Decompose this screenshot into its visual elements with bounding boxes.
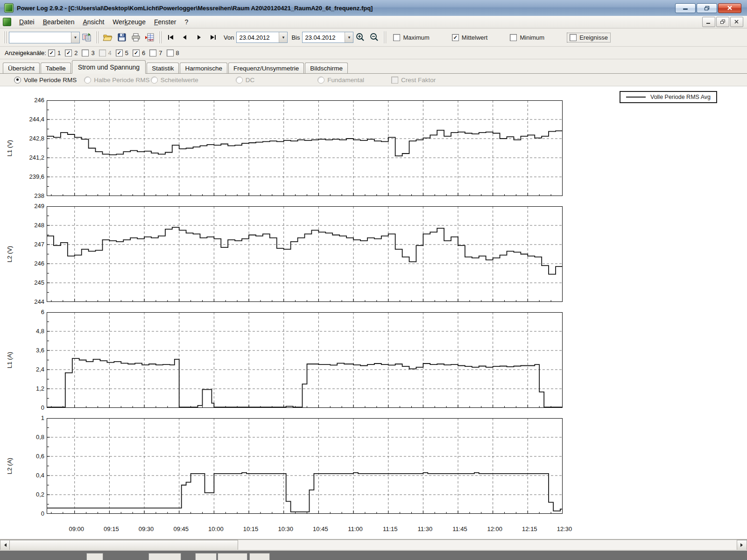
y-tick-label: 241,2	[29, 154, 44, 161]
checkbox-channel-5[interactable]: ✓	[116, 49, 123, 56]
x-tick-label: 11:30	[418, 525, 433, 532]
y-tick-label: 245	[34, 279, 44, 286]
channels-label: Anzeigekanäle:	[5, 49, 46, 56]
radio-icon[interactable]	[14, 77, 21, 84]
x-tick-label: 11:45	[452, 525, 467, 532]
menu-item-datei[interactable]: Datei	[15, 17, 39, 27]
mdi-close-button[interactable]	[730, 17, 743, 27]
minimize-button[interactable]	[675, 3, 696, 13]
app-icon	[4, 3, 14, 13]
radio-dc: DC	[236, 77, 255, 84]
checkbox-channel-7[interactable]	[149, 49, 156, 56]
y-axis-label: L2 (A)	[2, 418, 18, 514]
x-tick-label: 10:15	[243, 525, 259, 532]
checkbox-ereignisse[interactable]	[570, 34, 577, 41]
channel-checkbox-6[interactable]: ✓6	[133, 49, 145, 56]
channel-label: 2	[74, 49, 78, 56]
checkbox-channel-6[interactable]: ✓	[133, 49, 140, 56]
y-tick-labels: 244245246247248249	[18, 206, 47, 302]
tab-bildschirme[interactable]: Bildschirme	[305, 63, 348, 73]
zoom-out-button[interactable]	[367, 31, 381, 44]
tab-tabelle[interactable]: Tabelle	[41, 63, 71, 73]
first-record-button[interactable]	[164, 31, 178, 43]
toolbar-grip	[4, 31, 7, 43]
checkbox-channel-8[interactable]	[167, 49, 174, 56]
tab-frequenz-unsymmetrie[interactable]: Frequenz/Unsymmetrie	[228, 63, 304, 73]
y-tick-label: 238	[34, 192, 44, 199]
chart-plot-area[interactable]	[47, 418, 563, 514]
channel-checkbox-7[interactable]: 7	[149, 49, 162, 56]
chevron-down-icon[interactable]: ▼	[279, 32, 287, 42]
chart-plot-area[interactable]	[47, 206, 563, 302]
x-tick-label: 09:00	[69, 525, 84, 532]
last-record-button[interactable]	[206, 31, 220, 43]
scroll-left-arrow[interactable]	[0, 540, 10, 550]
chart-plot-area[interactable]	[47, 100, 563, 196]
horizontal-scrollbar[interactable]	[0, 539, 747, 550]
scroll-right-arrow[interactable]	[737, 540, 747, 550]
y-tick-label: 244,4	[29, 116, 44, 123]
checkbox-channel-1[interactable]: ✓	[48, 49, 55, 56]
toolbar-checkbox-maximum[interactable]: Maximum	[393, 34, 429, 41]
tab-übersicht[interactable]: Übersicht	[3, 63, 40, 73]
checkbox-channel-2[interactable]: ✓	[65, 49, 72, 56]
legend-label: Volle Periode RMS Avg	[650, 94, 711, 100]
channel-checkbox-1[interactable]: ✓1	[48, 49, 61, 56]
toolbar-checkbox-mittelwert[interactable]: ✓Mittelwert	[452, 34, 488, 41]
next-record-button[interactable]	[192, 31, 206, 43]
bis-label: Bis	[291, 34, 300, 41]
scrollbar-thumb[interactable]	[9, 540, 238, 550]
menu-item-werkzeuge[interactable]: Werkzeuge	[108, 17, 150, 27]
mdi-minimize-button[interactable]	[702, 17, 715, 27]
tab-statistik[interactable]: Statistik	[147, 63, 179, 73]
radio-volle-periode-rms[interactable]: Volle Periode RMS	[14, 77, 77, 84]
zoom-in-button[interactable]	[353, 31, 367, 44]
checkbox-maximum[interactable]	[393, 34, 400, 41]
switch-view-button[interactable]	[80, 31, 94, 44]
von-date-value: 23.04.2012	[237, 34, 279, 41]
save-button[interactable]	[115, 31, 129, 44]
y-tick-label: 0,6	[36, 453, 44, 460]
toolbar-checkbox-minimum[interactable]: Minimum	[510, 34, 544, 41]
checkbox-mittelwert[interactable]: ✓	[452, 34, 459, 41]
restore-button[interactable]	[697, 3, 717, 13]
y-tick-label: 2,4	[36, 366, 44, 373]
print-button[interactable]	[129, 31, 143, 44]
x-tick-label: 09:15	[104, 525, 119, 532]
previous-record-button[interactable]	[178, 31, 192, 43]
menu-item-ansicht[interactable]: Ansicht	[78, 17, 108, 27]
toolbar-checkbox-ereignisse[interactable]: Ereignisse	[567, 33, 611, 42]
open-file-button[interactable]	[101, 31, 115, 44]
y-tick-labels: 00,20,40,60,81	[18, 418, 47, 514]
checkbox-channel-3[interactable]	[82, 49, 89, 56]
close-button[interactable]	[718, 3, 741, 13]
channel-checkbox-3[interactable]: 3	[82, 49, 94, 56]
bis-date-field[interactable]: 23.04.2012 ▼	[302, 32, 353, 43]
chevron-down-icon[interactable]: ▼	[71, 32, 79, 43]
checkbox-label: Minimum	[520, 34, 544, 41]
y-tick-label: 248	[34, 222, 44, 229]
chart-plot-area[interactable]	[47, 312, 563, 408]
menu-item-?[interactable]: ?	[180, 17, 192, 27]
menu-item-fenster[interactable]: Fenster	[150, 17, 180, 27]
radio-icon	[151, 77, 158, 84]
mdi-restore-button[interactable]	[716, 17, 729, 27]
channel-checkbox-5[interactable]: ✓5	[116, 49, 128, 56]
export-text-button[interactable]: TXT	[143, 31, 157, 44]
channel-checkbox-2[interactable]: ✓2	[65, 49, 78, 56]
x-axis-labels: 09:0009:1509:3009:4510:0010:1510:3010:45…	[49, 524, 747, 534]
tab-harmonische[interactable]: Harmonische	[180, 63, 227, 73]
open-folder-icon	[103, 33, 113, 42]
measurement-combobox[interactable]: ▼	[9, 32, 80, 43]
chevron-down-icon[interactable]: ▼	[345, 32, 353, 42]
main-toolbar: ▼	[0, 28, 747, 47]
channel-checkbox-8[interactable]: 8	[167, 49, 179, 56]
von-date-field[interactable]: 23.04.2012 ▼	[236, 32, 288, 43]
radio-fundamental: Fundamental	[317, 77, 364, 84]
tab-strom-und-spannung[interactable]: Strom und Spannung	[72, 60, 146, 74]
checkbox-minimum[interactable]	[510, 34, 517, 41]
x-tick-label: 12:00	[487, 525, 502, 532]
radio-label: DC	[246, 77, 255, 84]
chart-row-l1v: L1 (V)238239,6241,2242,8244,4246	[2, 100, 747, 196]
menu-item-bearbeiten[interactable]: Bearbeiten	[39, 17, 79, 27]
